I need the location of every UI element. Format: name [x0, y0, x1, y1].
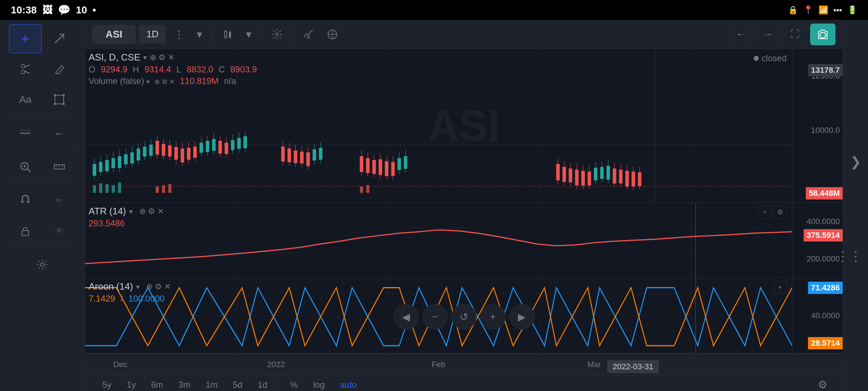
plus-btn[interactable]: + — [480, 304, 506, 329]
separator-pct: | — [276, 381, 281, 389]
price-panel-info: ASI, D, CSE ▾ ⊕ ⚙ ✕ O 9294.9 H 9314.4 L … — [89, 52, 257, 86]
scissors-tool[interactable] — [9, 55, 42, 84]
range-5d[interactable]: 5d — [226, 377, 249, 391]
separator-1 — [212, 25, 212, 43]
settings-button[interactable] — [267, 26, 287, 43]
replay-btn[interactable]: ↺ — [451, 304, 477, 329]
chart-container: ASI — [85, 49, 843, 391]
aroon-scale-40: 40.0000 — [792, 311, 843, 320]
svg-rect-150 — [118, 182, 121, 193]
pencil-tool[interactable] — [43, 55, 76, 84]
svg-line-0 — [55, 34, 64, 43]
settings-tool[interactable] — [26, 250, 59, 279]
separator-2 — [261, 25, 261, 43]
eraser-tool[interactable]: ✏ — [43, 186, 76, 215]
volume-badge: 58.448M — [806, 187, 843, 199]
magnet-tool[interactable] — [9, 186, 42, 215]
atr-settings2-btn[interactable]: ⚙ — [774, 206, 787, 219]
svg-line-3 — [25, 65, 30, 67]
closed-dot — [754, 56, 759, 61]
interval-button[interactable]: 1D — [139, 25, 166, 43]
dropdown-button[interactable]: ▾ — [192, 25, 207, 43]
dot-indicator: • — [93, 4, 96, 16]
compare-button[interactable] — [322, 26, 342, 43]
screenshot-button[interactable] — [810, 24, 835, 45]
atr-dropdown[interactable]: ▾ — [129, 207, 133, 216]
atr-values: 293.5486 — [89, 218, 164, 228]
svg-rect-151 — [156, 186, 159, 193]
crosshair-date-badge: 2022-03-31 — [607, 360, 659, 373]
svg-rect-6 — [55, 95, 64, 104]
atr-panel: ATR (14) ▾ ⊕ ⚙ ✕ 293.5486 400.0000 200.0… — [85, 203, 843, 278]
svg-rect-153 — [168, 184, 171, 193]
range-1y[interactable]: 1y — [120, 377, 142, 391]
hline-tool[interactable] — [9, 119, 42, 148]
range-6m[interactable]: 6m — [145, 377, 170, 391]
wifi-icon: 📶 — [818, 5, 828, 15]
atr-badge: 375.5914 — [804, 229, 843, 241]
scroll-handle[interactable]: ⋮⋮⋮ — [836, 249, 868, 264]
prev-btn[interactable]: ◀ — [393, 304, 419, 329]
svg-point-10 — [63, 103, 65, 105]
location-icon: 📍 — [803, 5, 813, 15]
eye-tool[interactable]: 👁 — [43, 216, 76, 245]
status-bar: 10:38 🖼 💬 10 • 🔒 📍 📶 ▪▪▪ 🔋 — [0, 0, 868, 20]
candle-dropdown-btn[interactable]: ▾ — [242, 25, 256, 43]
svg-point-1 — [21, 64, 25, 68]
forward-nav-button[interactable]: → — [756, 24, 779, 45]
indicators-button[interactable] — [298, 26, 319, 43]
notification-badge: 10 — [76, 4, 87, 16]
range-5y[interactable]: 5y — [96, 377, 118, 391]
bottom-bar: 5y 1y 6m 3m 1m 5d 1d | % log auto ⚙ — [85, 375, 843, 391]
volume-dropdown[interactable]: ▾ — [146, 78, 150, 85]
aroon-values: 7.1429 / 100.0000 — [89, 294, 171, 304]
svg-rect-27 — [225, 31, 227, 37]
svg-point-2 — [21, 70, 25, 74]
svg-point-8 — [63, 94, 65, 96]
svg-point-33 — [276, 33, 278, 36]
atr-panel-title: ATR (14) ▾ ⊕ ⚙ ✕ — [89, 206, 164, 217]
aroon-orange-badge: 28.5714 — [808, 337, 843, 349]
range-pct[interactable]: % — [284, 377, 304, 391]
ruler-tool[interactable] — [43, 152, 76, 181]
price-title-dropdown[interactable]: ▾ — [143, 53, 147, 62]
back-arrow-tool[interactable]: ← — [43, 119, 76, 148]
atr-scale-400: 400.0000 — [792, 217, 843, 226]
range-1m[interactable]: 1m — [199, 377, 224, 391]
range-1d[interactable]: 1d — [251, 377, 274, 391]
arrow-tool[interactable] — [43, 24, 76, 53]
atr-panel-info: ATR (14) ▾ ⊕ ⚙ ✕ 293.5486 — [89, 206, 164, 228]
price-panel-values: O 9294.9 H 9314.4 L 8832.0 C 8903.9 — [89, 64, 257, 75]
range-log[interactable]: log — [307, 377, 331, 391]
collapse-right-btn[interactable]: ❯ — [848, 147, 863, 177]
volume-title[interactable]: Volume (false) ▾ ⊕ ⚙ ✕ — [89, 76, 175, 86]
current-price-badge: 13178.7 — [808, 64, 843, 76]
range-auto[interactable]: auto — [333, 377, 363, 391]
range-3m[interactable]: 3m — [172, 377, 197, 391]
crosshair-tool[interactable]: + — [9, 24, 42, 53]
symbol-button[interactable]: ASI — [92, 25, 136, 44]
transform-tool[interactable] — [43, 85, 76, 114]
closed-indicator: closed — [754, 53, 787, 63]
candle-type-button[interactable] — [218, 26, 238, 43]
chart-settings-btn[interactable]: ⚙ — [813, 375, 832, 391]
aroon-add-btn[interactable]: + — [774, 281, 787, 294]
svg-point-36 — [820, 32, 826, 38]
volume-controls: ⊕ ⚙ ✕ — [154, 78, 175, 85]
play-btn[interactable]: ▶ — [509, 304, 535, 329]
price-title-text: ASI, D, CSE — [89, 52, 140, 63]
closed-text: closed — [762, 53, 787, 63]
fullscreen-button[interactable]: ⛶ — [783, 24, 807, 45]
lock-tool[interactable] — [9, 216, 42, 245]
time-label-dec: Dec — [113, 360, 127, 369]
atr-add-btn[interactable]: + — [758, 206, 771, 219]
back-nav-button[interactable]: ← — [729, 24, 752, 45]
whatsapp-icon: 💬 — [58, 4, 71, 16]
more-button[interactable]: ⋮ — [169, 25, 189, 43]
aroon-ctrl: ⊕ ⚙ ✕ — [146, 282, 171, 291]
zoom-tool[interactable] — [9, 152, 42, 181]
aroon-dropdown[interactable]: ▾ — [136, 282, 140, 291]
minus-btn[interactable]: − — [422, 304, 448, 329]
text-tool[interactable]: Aa — [9, 85, 42, 114]
atr-scale-200: 200.0000 — [792, 254, 843, 264]
